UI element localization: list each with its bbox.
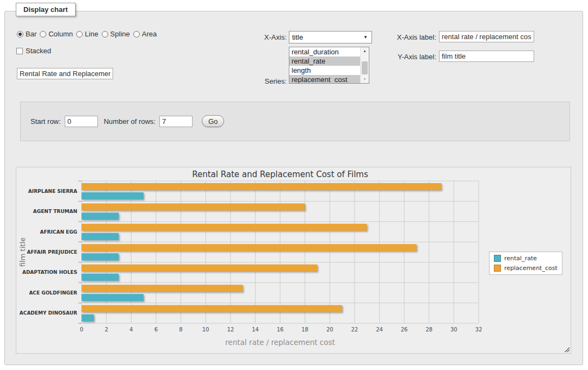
legend-swatch: [494, 255, 501, 262]
x-tick-label: 18: [301, 327, 308, 333]
radio-option-spline[interactable]: Spline: [102, 30, 130, 38]
radio-option-area[interactable]: Area: [133, 30, 157, 38]
category-label: ACE GOLDFINGER: [29, 290, 77, 296]
category-label: AFRICAN EGG: [40, 229, 77, 235]
rental_rate-bar: [82, 315, 94, 322]
x-axis-title: rental rate / replacement cost: [225, 338, 335, 347]
replacement_cost-bar: [82, 183, 441, 190]
scrollbar-thumb[interactable]: [362, 61, 368, 74]
legend-item-replacement_cost[interactable]: replacement_cost: [494, 265, 558, 272]
x-axis-select-value: title: [292, 33, 303, 41]
replacement_cost-bar: [82, 203, 305, 210]
row-controls-panel: Start row: Number of rows: Go: [20, 102, 570, 141]
x-tick-label: 0: [80, 327, 83, 333]
replacement_cost-bar: [82, 305, 342, 312]
fieldset-legend: Display chart: [16, 3, 76, 16]
radio-icon[interactable]: [76, 31, 83, 37]
radio-icon[interactable]: [17, 31, 23, 37]
series-label: Series:: [222, 77, 287, 85]
category-label: ACADEMY DINOSAUR: [20, 310, 77, 316]
radio-icon[interactable]: [40, 31, 46, 37]
stacked-checkbox[interactable]: [16, 48, 23, 54]
start-row-label: Start row:: [30, 117, 61, 126]
replacement_cost-bar: [82, 244, 417, 251]
scroll-down-icon[interactable]: ▼: [361, 76, 369, 83]
rental_rate-bar: [82, 233, 119, 240]
x-tick-label: 8: [179, 327, 182, 333]
chart-title-input[interactable]: [17, 68, 113, 79]
x-tick-label: 12: [227, 327, 234, 333]
display-chart-fieldset: Display chart BarColumnLineSplineArea St…: [4, 11, 583, 365]
legend-item-rental_rate[interactable]: rental_rate: [494, 255, 558, 262]
x-axis-label-input[interactable]: [439, 31, 534, 42]
series-option-replacement_cost[interactable]: replacement_cost: [289, 75, 360, 83]
legend-label: replacement_cost: [504, 265, 558, 272]
chart-title: Rental Rate and Replacement Cost of Film…: [192, 170, 368, 179]
replacement_cost-bar: [82, 224, 367, 231]
number-of-rows-label: Number of rows:: [104, 117, 156, 126]
legend-label: rental_rate: [504, 255, 537, 262]
x-tick-label: 26: [401, 327, 408, 333]
rental_rate-bar: [82, 294, 144, 301]
x-tick-label: 32: [475, 327, 482, 333]
stacked-label: Stacked: [26, 47, 51, 55]
chart-legend: rental_ratereplacement_cost: [489, 252, 562, 275]
radio-label: Spline: [110, 30, 130, 38]
y-axis-label-input[interactable]: [439, 51, 534, 62]
x-tick-label: 28: [425, 327, 432, 333]
x-axis-select-label: X-Axis:: [222, 33, 287, 41]
category-label: ADAPTATION HOLES: [22, 269, 77, 275]
replacement_cost-bar: [82, 285, 243, 292]
category-label: AFFAIR PREJUDICE: [27, 249, 77, 255]
gridlines: [78, 181, 479, 323]
bar-chart: 02468101214161820222426283032AIRPLANE SI…: [16, 167, 571, 353]
x-tick-label: 16: [277, 327, 284, 333]
radio-label: Area: [142, 30, 157, 38]
category-label: AGENT TRUMAN: [33, 209, 77, 214]
x-tick-label: 6: [154, 327, 158, 333]
series-options: rental_durationrental_ratelengthreplacem…: [289, 47, 360, 83]
rental_rate-bar: [82, 192, 144, 199]
rental_rate-bar: [82, 212, 119, 220]
x-tick-label: 4: [129, 327, 133, 333]
replacement_cost-bar: [82, 265, 317, 272]
radio-option-line[interactable]: Line: [76, 30, 98, 38]
legend-swatch: [494, 265, 501, 272]
x-tick-label: 24: [376, 327, 383, 333]
start-row-input[interactable]: [65, 116, 98, 127]
radio-label: Line: [85, 30, 98, 38]
y-axis-label-label: Y-Axis label:: [353, 53, 436, 61]
radio-label: Column: [48, 30, 73, 38]
stacked-checkbox-row[interactable]: Stacked: [16, 47, 51, 55]
x-tick-label: 2: [104, 327, 108, 333]
series-option-length[interactable]: length: [289, 66, 360, 75]
rental_rate-bar: [82, 253, 119, 260]
radio-option-column[interactable]: Column: [40, 30, 73, 38]
number-of-rows-input[interactable]: [159, 116, 193, 127]
series-option-rental_rate[interactable]: rental_rate: [289, 57, 360, 66]
go-button[interactable]: Go: [202, 115, 224, 127]
x-tick-label: 22: [351, 327, 358, 333]
radio-icon[interactable]: [133, 31, 140, 37]
rental_rate-bar: [82, 274, 119, 281]
series-option-rental_duration[interactable]: rental_duration: [289, 47, 360, 57]
category-label: AIRPLANE SIERRA: [28, 189, 77, 194]
chart-container: 02468101214161820222426283032AIRPLANE SI…: [16, 167, 571, 354]
x-tick-label: 30: [450, 327, 457, 333]
radio-label: Bar: [26, 30, 36, 38]
x-axis-label-label: X-Axis label:: [353, 33, 436, 41]
radio-icon[interactable]: [102, 31, 108, 37]
radio-option-bar[interactable]: Bar: [17, 30, 36, 38]
y-axis-title: film title: [18, 237, 27, 267]
bars: [82, 183, 441, 322]
x-tick-label: 10: [202, 327, 209, 333]
chart-type-radio-group: BarColumnLineSplineArea: [17, 30, 157, 38]
x-tick-label: 14: [252, 327, 259, 333]
x-tick-label: 20: [326, 327, 333, 333]
